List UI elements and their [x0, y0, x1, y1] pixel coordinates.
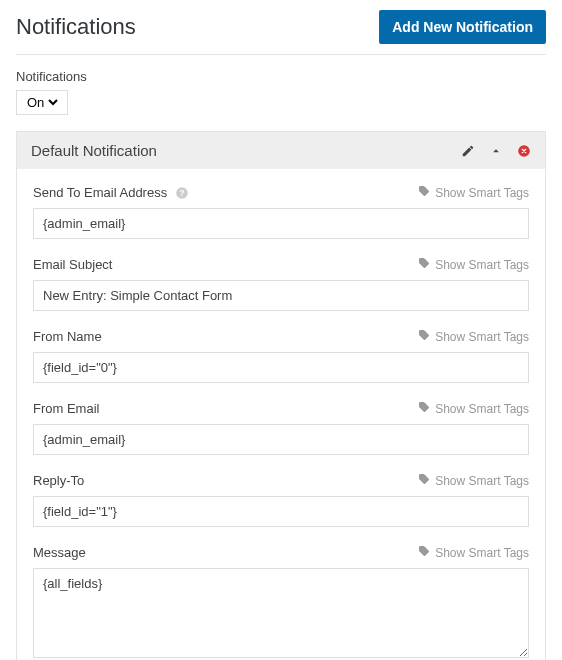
subject-label: Email Subject	[33, 257, 112, 272]
tags-icon	[418, 185, 430, 200]
help-icon[interactable]: ?	[175, 186, 189, 200]
smart-tags-message[interactable]: Show Smart Tags	[418, 545, 529, 560]
subject-input[interactable]	[33, 280, 529, 311]
panel-title: Default Notification	[31, 142, 157, 159]
smart-tags-from-name[interactable]: Show Smart Tags	[418, 329, 529, 344]
tags-icon	[418, 545, 430, 560]
page-title: Notifications	[16, 14, 136, 40]
from-name-label: From Name	[33, 329, 102, 344]
notifications-toggle-label: Notifications	[16, 69, 546, 84]
tags-icon	[418, 257, 430, 272]
collapse-icon[interactable]	[489, 144, 503, 158]
notification-panel: Default Notification Send To Email Addre…	[16, 131, 546, 660]
tags-icon	[418, 329, 430, 344]
add-new-notification-button[interactable]: Add New Notification	[379, 10, 546, 44]
delete-icon[interactable]	[517, 144, 531, 158]
smart-tags-reply-to[interactable]: Show Smart Tags	[418, 473, 529, 488]
notifications-toggle-select[interactable]: On	[23, 94, 61, 111]
reply-to-label: Reply-To	[33, 473, 84, 488]
message-textarea[interactable]	[33, 568, 529, 658]
reply-to-input[interactable]	[33, 496, 529, 527]
send-to-label: Send To Email Address ?	[33, 185, 189, 200]
message-label: Message	[33, 545, 86, 560]
from-name-input[interactable]	[33, 352, 529, 383]
smart-tags-send-to[interactable]: Show Smart Tags	[418, 185, 529, 200]
tags-icon	[418, 401, 430, 416]
svg-text:?: ?	[180, 188, 185, 197]
tags-icon	[418, 473, 430, 488]
smart-tags-from-email[interactable]: Show Smart Tags	[418, 401, 529, 416]
from-email-input[interactable]	[33, 424, 529, 455]
smart-tags-subject[interactable]: Show Smart Tags	[418, 257, 529, 272]
send-to-input[interactable]	[33, 208, 529, 239]
from-email-label: From Email	[33, 401, 99, 416]
edit-icon[interactable]	[461, 144, 475, 158]
